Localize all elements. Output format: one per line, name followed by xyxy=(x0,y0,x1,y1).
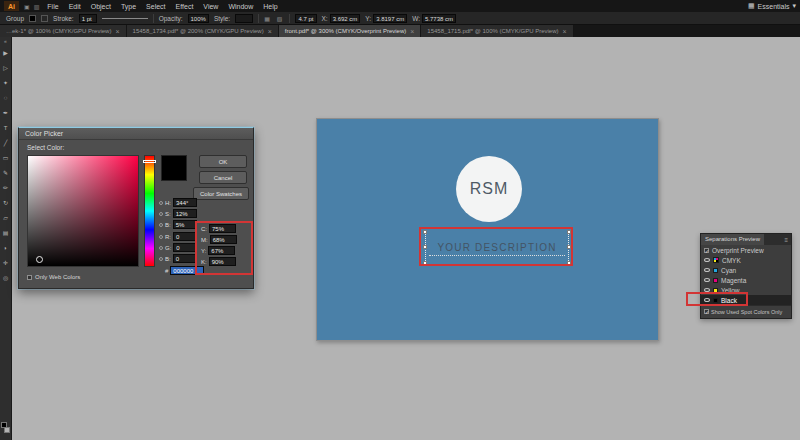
opacity-field[interactable]: 100% xyxy=(188,14,209,23)
collapse-panel-icon[interactable]: « xyxy=(0,37,11,45)
menu-file[interactable]: File xyxy=(43,3,62,10)
close-icon[interactable]: × xyxy=(115,28,119,35)
menu-edit[interactable]: Edit xyxy=(65,3,85,10)
close-icon[interactable]: × xyxy=(563,28,567,35)
tab-separations-preview[interactable]: Separations Preview xyxy=(701,234,764,245)
align-icon[interactable]: ▦ xyxy=(264,15,270,22)
hex-input[interactable]: 000000 xyxy=(170,266,204,275)
menu-help[interactable]: Help xyxy=(259,3,281,10)
c-input[interactable]: 75% xyxy=(209,224,236,233)
zoom-tool[interactable]: ◎ xyxy=(0,270,11,285)
stroke-swatch[interactable] xyxy=(41,15,48,22)
save-icon[interactable]: ▥ xyxy=(34,3,40,10)
overprint-preview-row[interactable]: ✓ Overprint Preview xyxy=(701,245,791,255)
selection-handle[interactable] xyxy=(567,230,571,234)
color-field-cursor[interactable] xyxy=(36,256,43,263)
separation-row-black[interactable]: Black xyxy=(701,295,791,305)
separation-row-magenta[interactable]: Magenta xyxy=(701,275,791,285)
dialog-title[interactable]: Color Picker xyxy=(19,128,253,140)
stroke-weight-field[interactable]: 1 pt xyxy=(79,14,97,23)
menu-type[interactable]: Type xyxy=(117,3,140,10)
fill-stroke-indicator[interactable] xyxy=(1,422,11,434)
hue-slider[interactable] xyxy=(144,155,155,267)
color-swatches-button[interactable]: Color Swatches xyxy=(193,187,249,200)
direct-selection-tool[interactable]: ▷ xyxy=(0,60,11,75)
close-icon[interactable]: × xyxy=(410,28,414,35)
rectangle-tool[interactable]: ▭ xyxy=(0,150,11,165)
document-tab-3-active[interactable]: front.pdf* @ 300% (CMYK/Overprint Previe… xyxy=(279,25,422,37)
fill-swatch[interactable] xyxy=(29,15,36,22)
b2-input[interactable]: 0 xyxy=(173,254,197,263)
style-field[interactable] xyxy=(235,14,253,23)
x-field[interactable]: 3.692 cm xyxy=(330,14,361,23)
saturation-brightness-field[interactable] xyxy=(27,155,139,267)
stroke-color-well[interactable] xyxy=(4,427,10,433)
radio-icon[interactable] xyxy=(159,212,163,216)
lasso-tool[interactable]: ◌ xyxy=(0,90,11,105)
checkbox-checked-icon[interactable]: ✓ xyxy=(704,248,709,253)
menu-select[interactable]: Select xyxy=(142,3,169,10)
gradient-tool[interactable]: ▤ xyxy=(0,225,11,240)
radio-icon[interactable] xyxy=(159,246,163,250)
selection-handle[interactable] xyxy=(567,245,571,249)
transform-icon[interactable]: ▧ xyxy=(277,15,283,22)
separation-row-cyan[interactable]: Cyan xyxy=(701,265,791,275)
stroke-profile-icon[interactable] xyxy=(102,18,148,19)
visibility-eye-icon[interactable] xyxy=(704,258,710,262)
eyedropper-tool[interactable]: ◗ xyxy=(0,240,11,255)
scale-tool[interactable]: ▱ xyxy=(0,210,11,225)
m-input[interactable]: 68% xyxy=(210,235,237,244)
h-input[interactable]: 344° xyxy=(173,198,197,207)
selection-handle[interactable] xyxy=(423,261,427,265)
y-field[interactable]: 3.8197 cm xyxy=(373,14,407,23)
menu-window[interactable]: Window xyxy=(224,3,257,10)
document-tab-1[interactable]: …ek-1* @ 100% (CMYK/GPU Preview) × xyxy=(0,25,127,37)
selection-tool[interactable]: ▶ xyxy=(0,45,11,60)
type-tool[interactable]: T xyxy=(0,120,11,135)
close-icon[interactable]: × xyxy=(268,28,272,35)
radio-icon[interactable] xyxy=(159,257,163,261)
visibility-eye-icon[interactable] xyxy=(704,298,710,302)
bridge-icon[interactable]: ▣ xyxy=(24,3,30,10)
magic-wand-tool[interactable]: ✦ xyxy=(0,75,11,90)
document-tab-4[interactable]: 15458_1715.pdf* @ 100% (CMYK/GPU Preview… xyxy=(421,25,573,37)
show-used-spot-colors-option[interactable]: ✓ Show Used Spot Colors Only xyxy=(701,305,791,317)
radio-icon[interactable] xyxy=(159,223,163,227)
selection-handle[interactable] xyxy=(423,230,427,234)
radio-icon[interactable] xyxy=(159,201,163,205)
panel-menu-icon[interactable]: ≡ xyxy=(784,237,791,243)
k-input[interactable]: 90% xyxy=(209,257,236,266)
line-tool[interactable]: ╱ xyxy=(0,135,11,150)
paintbrush-tool[interactable]: ✎ xyxy=(0,165,11,180)
b-input[interactable]: 5% xyxy=(173,220,197,229)
document-tab-2[interactable]: 15458_1734.pdf* @ 200% (CMYK/GPU Preview… xyxy=(127,25,279,37)
selection-handle[interactable] xyxy=(567,261,571,265)
g-input[interactable]: 0 xyxy=(173,243,197,252)
separation-row-yellow[interactable]: Yellow xyxy=(701,285,791,295)
ok-button[interactable]: OK xyxy=(199,155,247,168)
hand-tool[interactable]: ✛ xyxy=(0,255,11,270)
cancel-button[interactable]: Cancel xyxy=(199,171,247,184)
workspace-switcher[interactable]: ▦ Essentials ▾ xyxy=(748,2,796,10)
w-field[interactable]: 5.7738 cm xyxy=(422,14,456,23)
selection-handle[interactable] xyxy=(423,245,427,249)
pen-tool[interactable]: ✒ xyxy=(0,105,11,120)
checkbox-checked-icon[interactable]: ✓ xyxy=(704,309,709,314)
hue-slider-cursor[interactable] xyxy=(143,160,156,163)
selected-text-object[interactable]: YOUR DESCRIPTION xyxy=(425,232,569,263)
visibility-eye-icon[interactable] xyxy=(704,268,710,272)
checkbox-icon[interactable] xyxy=(27,275,32,280)
visibility-eye-icon[interactable] xyxy=(704,288,710,292)
y-cmyk-input[interactable]: 67% xyxy=(208,246,235,255)
logo-circle[interactable]: RSM xyxy=(456,156,522,222)
menu-object[interactable]: Object xyxy=(87,3,115,10)
pencil-tool[interactable]: ✏ xyxy=(0,180,11,195)
r-input[interactable]: 0 xyxy=(173,232,197,241)
rotate-tool[interactable]: ↻ xyxy=(0,195,11,210)
only-web-colors-option[interactable]: Only Web Colors xyxy=(27,274,80,280)
visibility-eye-icon[interactable] xyxy=(704,278,710,282)
menu-effect[interactable]: Effect xyxy=(172,3,198,10)
menu-view[interactable]: View xyxy=(199,3,222,10)
separation-row-cmyk[interactable]: CMYK xyxy=(701,255,791,265)
radio-icon[interactable] xyxy=(159,235,163,239)
